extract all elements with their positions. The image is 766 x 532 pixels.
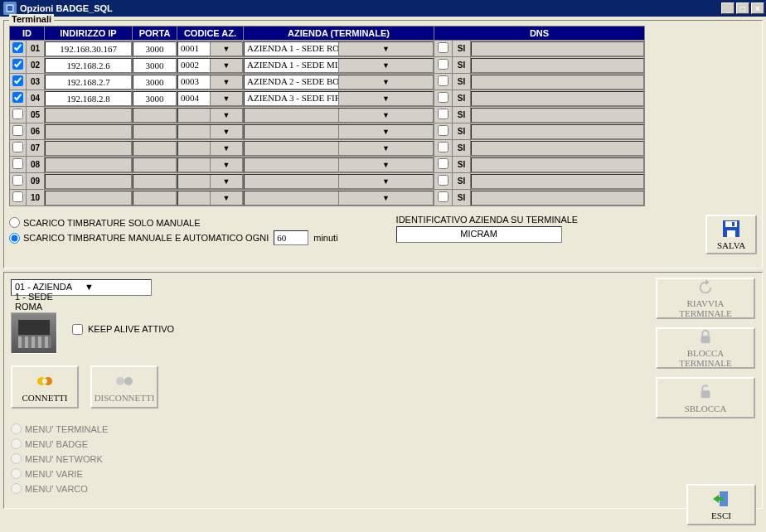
azienda-select[interactable]: AZIENDA 3 - SEDE FIRENZE▼ — [244, 91, 434, 106]
chevron-down-icon[interactable]: ▼ — [210, 175, 242, 188]
chevron-down-icon[interactable]: ▼ — [210, 142, 242, 155]
ip-input[interactable] — [45, 191, 132, 206]
chevron-down-icon[interactable]: ▼ — [338, 59, 433, 72]
radio-menu-badge[interactable] — [11, 438, 22, 449]
codice-select[interactable]: ▼ — [177, 157, 243, 172]
codice-select[interactable]: 0004▼ — [177, 91, 243, 106]
radio-menu-varie[interactable] — [11, 468, 22, 479]
chevron-down-icon[interactable]: ▼ — [338, 109, 433, 122]
row-enable-checkbox[interactable] — [12, 158, 23, 169]
row-enable-checkbox[interactable] — [12, 175, 23, 186]
codice-select[interactable]: 0001▼ — [177, 41, 243, 56]
dns-input[interactable] — [471, 141, 644, 156]
chevron-down-icon[interactable]: ▼ — [338, 175, 433, 188]
dns-checkbox[interactable] — [438, 109, 448, 119]
porta-input[interactable] — [133, 124, 177, 139]
dns-input[interactable] — [471, 41, 644, 56]
dns-input[interactable] — [471, 75, 644, 89]
codice-select[interactable]: ▼ — [177, 191, 243, 206]
blocca-button[interactable]: BLOCCA TERMINALE — [656, 327, 755, 369]
chevron-down-icon[interactable]: ▼ — [338, 42, 433, 56]
radio-scarico-manuale[interactable] — [9, 217, 20, 228]
azienda-select[interactable]: ▼ — [244, 124, 434, 139]
ip-input[interactable] — [45, 141, 132, 156]
dns-checkbox[interactable] — [438, 175, 448, 186]
dns-checkbox[interactable] — [438, 158, 448, 169]
radio-menu-varco[interactable] — [11, 483, 22, 494]
dns-checkbox[interactable] — [438, 75, 448, 86]
ip-input[interactable] — [45, 124, 132, 139]
row-enable-checkbox[interactable] — [12, 142, 23, 152]
ip-input[interactable] — [45, 41, 132, 56]
dns-input[interactable] — [471, 108, 644, 123]
porta-input[interactable] — [133, 58, 177, 73]
dns-input[interactable] — [471, 191, 644, 206]
maximize-button[interactable]: □ — [736, 2, 749, 14]
terminal-select[interactable]: 01 - AZIENDA 1 - SEDE ROMA ▼ — [11, 279, 152, 296]
azienda-select[interactable]: ▼ — [244, 174, 434, 189]
chevron-down-icon[interactable]: ▼ — [210, 158, 242, 172]
azienda-select[interactable]: AZIENDA 1 - SEDE MILANO▼ — [244, 58, 434, 73]
porta-input[interactable] — [133, 75, 177, 89]
dns-checkbox[interactable] — [438, 92, 448, 103]
disconnetti-button[interactable]: DISCONNETTI — [90, 365, 158, 409]
connetti-button[interactable]: CONNETTI — [11, 365, 79, 409]
azienda-select[interactable]: ▼ — [244, 141, 434, 156]
interval-input[interactable] — [274, 230, 308, 245]
dns-checkbox[interactable] — [438, 191, 448, 202]
esci-button[interactable]: ESCI — [686, 484, 756, 525]
ip-input[interactable] — [45, 108, 132, 123]
sblocca-button[interactable]: SBLOCCA — [656, 377, 755, 418]
azienda-select[interactable]: AZIENDA 2 - SEDE BOLOGNA▼ — [244, 75, 434, 89]
porta-input[interactable] — [133, 141, 177, 156]
dns-input[interactable] — [471, 58, 644, 73]
ip-input[interactable] — [45, 157, 132, 172]
row-enable-checkbox[interactable] — [12, 125, 23, 136]
porta-input[interactable] — [133, 157, 177, 172]
codice-select[interactable]: 0002▼ — [177, 58, 243, 73]
salva-button[interactable]: SALVA — [705, 215, 757, 254]
radio-scarico-auto[interactable] — [9, 233, 20, 244]
chevron-down-icon[interactable]: ▼ — [210, 59, 242, 72]
chevron-down-icon[interactable]: ▼ — [338, 125, 433, 138]
row-enable-checkbox[interactable] — [12, 92, 23, 103]
chevron-down-icon[interactable]: ▼ — [210, 92, 242, 105]
porta-input[interactable] — [133, 191, 177, 206]
chevron-down-icon[interactable]: ▼ — [210, 125, 242, 138]
dns-checkbox[interactable] — [438, 42, 448, 53]
chevron-down-icon[interactable]: ▼ — [210, 75, 242, 89]
chevron-down-icon[interactable]: ▼ — [210, 109, 242, 122]
ip-input[interactable] — [45, 91, 132, 106]
minimize-button[interactable]: _ — [721, 2, 734, 14]
keep-alive-checkbox[interactable] — [72, 324, 83, 335]
chevron-down-icon[interactable]: ▼ — [338, 191, 433, 205]
dns-input[interactable] — [471, 157, 644, 172]
dns-input[interactable] — [471, 174, 644, 189]
chevron-down-icon[interactable]: ▼ — [338, 142, 433, 155]
azienda-select[interactable]: ▼ — [244, 157, 434, 172]
azienda-select[interactable]: ▼ — [244, 191, 434, 206]
dns-input[interactable] — [471, 91, 644, 106]
porta-input[interactable] — [133, 174, 177, 189]
row-enable-checkbox[interactable] — [12, 109, 23, 119]
close-button[interactable]: × — [751, 2, 764, 14]
chevron-down-icon[interactable]: ▼ — [338, 75, 433, 89]
azienda-select[interactable]: ▼ — [244, 108, 434, 123]
azienda-select[interactable]: AZIENDA 1 - SEDE ROMA▼ — [244, 41, 434, 56]
dns-input[interactable] — [471, 124, 644, 139]
row-enable-checkbox[interactable] — [12, 191, 23, 202]
ip-input[interactable] — [45, 75, 132, 89]
row-enable-checkbox[interactable] — [12, 59, 23, 70]
ip-input[interactable] — [45, 58, 132, 73]
row-enable-checkbox[interactable] — [12, 75, 23, 86]
porta-input[interactable] — [133, 41, 177, 56]
dns-checkbox[interactable] — [438, 125, 448, 136]
chevron-down-icon[interactable]: ▼ — [210, 191, 242, 205]
chevron-down-icon[interactable]: ▼ — [338, 92, 433, 105]
dns-checkbox[interactable] — [438, 142, 448, 152]
radio-menu-network[interactable] — [11, 453, 22, 464]
chevron-down-icon[interactable]: ▼ — [338, 158, 433, 172]
riavvia-button[interactable]: RIAVVIA TERMINALE — [656, 278, 755, 319]
codice-select[interactable]: ▼ — [177, 141, 243, 156]
dns-checkbox[interactable] — [438, 59, 448, 70]
